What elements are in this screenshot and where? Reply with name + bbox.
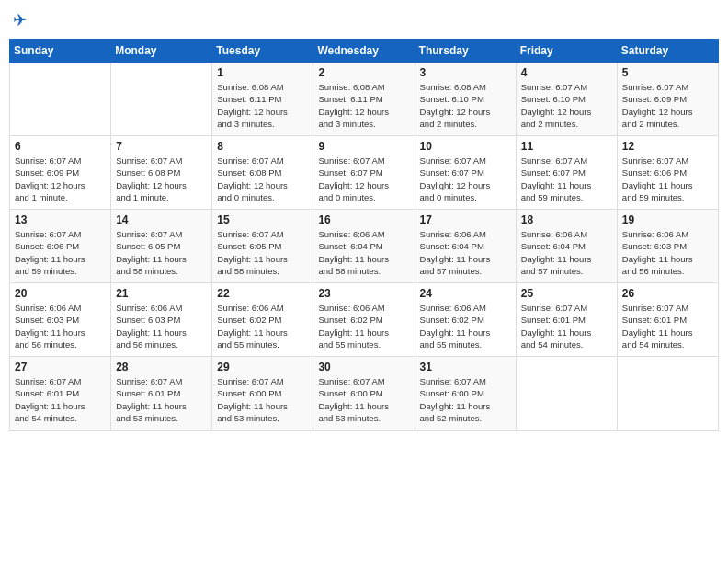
header-sunday: Sunday xyxy=(10,40,111,63)
day-number: 21 xyxy=(116,287,207,300)
calendar-cell: 24Sunrise: 6:06 AM Sunset: 6:02 PM Dayli… xyxy=(415,283,516,357)
calendar-cell: 10Sunrise: 6:07 AM Sunset: 6:07 PM Dayli… xyxy=(415,136,516,210)
day-info: Sunrise: 6:06 AM Sunset: 6:02 PM Dayligh… xyxy=(318,302,409,350)
calendar-cell: 17Sunrise: 6:06 AM Sunset: 6:04 PM Dayli… xyxy=(415,210,516,283)
calendar-cell: 11Sunrise: 6:07 AM Sunset: 6:07 PM Dayli… xyxy=(516,136,617,210)
day-info: Sunrise: 6:07 AM Sunset: 6:01 PM Dayligh… xyxy=(15,375,106,424)
day-info: Sunrise: 6:06 AM Sunset: 6:04 PM Dayligh… xyxy=(318,228,409,277)
day-info: Sunrise: 6:07 AM Sunset: 6:01 PM Dayligh… xyxy=(116,375,207,424)
day-number: 30 xyxy=(318,361,409,373)
day-number: 15 xyxy=(217,213,308,226)
day-number: 9 xyxy=(318,140,409,153)
day-number: 22 xyxy=(217,287,308,300)
day-number: 17 xyxy=(420,213,511,226)
calendar-cell: 8Sunrise: 6:07 AM Sunset: 6:08 PM Daylig… xyxy=(212,136,313,210)
header-saturday: Saturday xyxy=(617,40,718,63)
calendar-cell xyxy=(617,357,718,431)
header-wednesday: Wednesday xyxy=(313,40,415,63)
calendar-cell: 22Sunrise: 6:06 AM Sunset: 6:02 PM Dayli… xyxy=(212,283,313,357)
day-info: Sunrise: 6:07 AM Sunset: 6:06 PM Dayligh… xyxy=(622,155,713,203)
header-monday: Monday xyxy=(111,40,212,63)
day-info: Sunrise: 6:07 AM Sunset: 6:01 PM Dayligh… xyxy=(622,302,713,350)
day-number: 13 xyxy=(15,213,106,226)
header-friday: Friday xyxy=(516,40,617,63)
day-number: 8 xyxy=(217,140,308,153)
calendar-cell: 5Sunrise: 6:07 AM Sunset: 6:09 PM Daylig… xyxy=(617,63,718,136)
calendar-cell: 19Sunrise: 6:06 AM Sunset: 6:03 PM Dayli… xyxy=(617,210,718,283)
calendar-cell xyxy=(10,63,111,136)
calendar-cell: 20Sunrise: 6:06 AM Sunset: 6:03 PM Dayli… xyxy=(10,283,111,357)
svg-text:✈: ✈ xyxy=(13,11,27,29)
day-number: 5 xyxy=(622,66,713,79)
logo: ✈ xyxy=(13,9,39,31)
day-number: 14 xyxy=(116,213,207,226)
calendar-cell: 29Sunrise: 6:07 AM Sunset: 6:00 PM Dayli… xyxy=(212,357,313,431)
day-info: Sunrise: 6:07 AM Sunset: 6:08 PM Dayligh… xyxy=(116,155,207,203)
calendar-cell: 1Sunrise: 6:08 AM Sunset: 6:11 PM Daylig… xyxy=(212,63,313,136)
day-info: Sunrise: 6:07 AM Sunset: 6:00 PM Dayligh… xyxy=(217,375,308,424)
day-number: 20 xyxy=(15,287,106,300)
calendar-cell: 21Sunrise: 6:06 AM Sunset: 6:03 PM Dayli… xyxy=(111,283,212,357)
calendar-cell: 4Sunrise: 6:07 AM Sunset: 6:10 PM Daylig… xyxy=(516,63,617,136)
day-info: Sunrise: 6:07 AM Sunset: 6:08 PM Dayligh… xyxy=(217,155,308,203)
week-row-5: 27Sunrise: 6:07 AM Sunset: 6:01 PM Dayli… xyxy=(10,357,719,431)
calendar-header-row: SundayMondayTuesdayWednesdayThursdayFrid… xyxy=(10,40,719,63)
day-info: Sunrise: 6:07 AM Sunset: 6:00 PM Dayligh… xyxy=(318,375,409,424)
day-number: 26 xyxy=(622,287,713,300)
day-info: Sunrise: 6:06 AM Sunset: 6:04 PM Dayligh… xyxy=(420,228,511,277)
day-info: Sunrise: 6:07 AM Sunset: 6:05 PM Dayligh… xyxy=(116,228,207,277)
day-number: 16 xyxy=(318,213,409,226)
day-number: 23 xyxy=(318,287,409,300)
calendar-cell: 18Sunrise: 6:06 AM Sunset: 6:04 PM Dayli… xyxy=(516,210,617,283)
day-info: Sunrise: 6:07 AM Sunset: 6:09 PM Dayligh… xyxy=(622,81,713,130)
day-number: 31 xyxy=(420,361,511,373)
day-info: Sunrise: 6:06 AM Sunset: 6:04 PM Dayligh… xyxy=(521,228,612,277)
day-info: Sunrise: 6:07 AM Sunset: 6:06 PM Dayligh… xyxy=(15,228,106,277)
calendar-cell: 23Sunrise: 6:06 AM Sunset: 6:02 PM Dayli… xyxy=(313,283,415,357)
calendar-cell: 3Sunrise: 6:08 AM Sunset: 6:10 PM Daylig… xyxy=(415,63,516,136)
calendar-cell: 13Sunrise: 6:07 AM Sunset: 6:06 PM Dayli… xyxy=(10,210,111,283)
day-number: 11 xyxy=(521,140,612,153)
day-number: 29 xyxy=(217,361,308,373)
day-number: 12 xyxy=(622,140,713,153)
calendar-cell xyxy=(111,63,212,136)
day-number: 18 xyxy=(521,213,612,226)
day-number: 2 xyxy=(318,66,409,79)
calendar-cell: 14Sunrise: 6:07 AM Sunset: 6:05 PM Dayli… xyxy=(111,210,212,283)
day-info: Sunrise: 6:07 AM Sunset: 6:07 PM Dayligh… xyxy=(521,155,612,203)
calendar-cell: 6Sunrise: 6:07 AM Sunset: 6:09 PM Daylig… xyxy=(10,136,111,210)
day-info: Sunrise: 6:07 AM Sunset: 6:07 PM Dayligh… xyxy=(420,155,511,203)
calendar-table: SundayMondayTuesdayWednesdayThursdayFrid… xyxy=(9,39,719,431)
day-info: Sunrise: 6:07 AM Sunset: 6:05 PM Dayligh… xyxy=(217,228,308,277)
day-info: Sunrise: 6:07 AM Sunset: 6:00 PM Dayligh… xyxy=(420,375,511,424)
day-info: Sunrise: 6:07 AM Sunset: 6:01 PM Dayligh… xyxy=(521,302,612,350)
calendar-cell: 27Sunrise: 6:07 AM Sunset: 6:01 PM Dayli… xyxy=(10,357,111,431)
day-number: 27 xyxy=(15,361,106,373)
day-info: Sunrise: 6:07 AM Sunset: 6:07 PM Dayligh… xyxy=(318,155,409,203)
day-info: Sunrise: 6:07 AM Sunset: 6:09 PM Dayligh… xyxy=(15,155,106,203)
week-row-3: 13Sunrise: 6:07 AM Sunset: 6:06 PM Dayli… xyxy=(10,210,719,283)
day-info: Sunrise: 6:06 AM Sunset: 6:03 PM Dayligh… xyxy=(622,228,713,277)
page-header: ✈ xyxy=(9,9,719,31)
calendar-cell: 16Sunrise: 6:06 AM Sunset: 6:04 PM Dayli… xyxy=(313,210,415,283)
week-row-4: 20Sunrise: 6:06 AM Sunset: 6:03 PM Dayli… xyxy=(10,283,719,357)
day-number: 6 xyxy=(15,140,106,153)
day-number: 7 xyxy=(116,140,207,153)
calendar-cell: 12Sunrise: 6:07 AM Sunset: 6:06 PM Dayli… xyxy=(617,136,718,210)
header-thursday: Thursday xyxy=(415,40,516,63)
day-number: 3 xyxy=(420,66,511,79)
calendar-cell: 28Sunrise: 6:07 AM Sunset: 6:01 PM Dayli… xyxy=(111,357,212,431)
day-info: Sunrise: 6:06 AM Sunset: 6:03 PM Dayligh… xyxy=(116,302,207,350)
day-info: Sunrise: 6:06 AM Sunset: 6:03 PM Dayligh… xyxy=(15,302,106,350)
calendar-cell: 9Sunrise: 6:07 AM Sunset: 6:07 PM Daylig… xyxy=(313,136,415,210)
day-info: Sunrise: 6:08 AM Sunset: 6:10 PM Dayligh… xyxy=(420,81,511,130)
calendar-cell: 31Sunrise: 6:07 AM Sunset: 6:00 PM Dayli… xyxy=(415,357,516,431)
day-number: 19 xyxy=(622,213,713,226)
logo-icon: ✈ xyxy=(13,9,35,31)
week-row-2: 6Sunrise: 6:07 AM Sunset: 6:09 PM Daylig… xyxy=(10,136,719,210)
day-number: 24 xyxy=(420,287,511,300)
calendar-cell: 26Sunrise: 6:07 AM Sunset: 6:01 PM Dayli… xyxy=(617,283,718,357)
day-number: 1 xyxy=(217,66,308,79)
header-tuesday: Tuesday xyxy=(212,40,313,63)
calendar-cell: 15Sunrise: 6:07 AM Sunset: 6:05 PM Dayli… xyxy=(212,210,313,283)
